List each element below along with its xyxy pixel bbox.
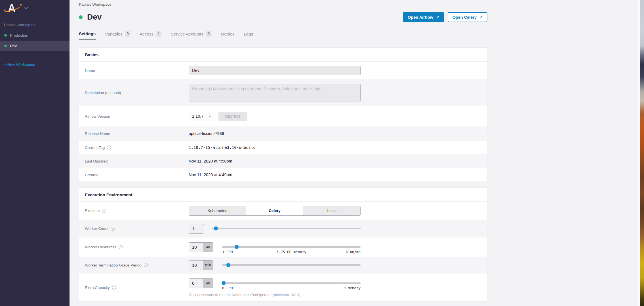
worker-resources-row: Worker Resources i AU 1 CPU	[79, 238, 487, 257]
tab-count-badge: 1	[156, 31, 161, 37]
worker-resources-input[interactable]	[189, 243, 203, 252]
execution-environment-card: Execution Environment Executor i Kuberne…	[79, 188, 487, 302]
current-tag-value: 1.10.7-15-alpine3.10-onbuild	[189, 145, 256, 150]
new-workspace-link[interactable]: + New Workspace	[4, 63, 35, 67]
tab-access[interactable]: Access 1	[140, 31, 161, 40]
current-tag-label: Current Tag	[85, 145, 105, 150]
cpu-readout: 0 CPU	[222, 286, 291, 290]
tab-label: Logs	[244, 32, 253, 36]
slider-knob[interactable]	[235, 245, 239, 249]
tab-settings[interactable]: Settings	[79, 31, 96, 40]
extra-capacity-label: Extra Capacity	[85, 286, 110, 290]
grace-period-row: Worker Termination Grace Period i min	[79, 257, 487, 274]
name-label: Name	[85, 68, 95, 73]
slider-knob[interactable]	[214, 226, 218, 230]
upgrade-button[interactable]: Upgrade	[218, 112, 247, 121]
extra-capacity-field: AU	[189, 278, 213, 288]
sidebar-item-label: Dev	[10, 44, 17, 48]
desktop-wallpaper-sliver	[640, 0, 644, 306]
info-icon[interactable]: i	[119, 245, 123, 249]
executor-label: Executor	[85, 209, 100, 213]
tab-count-badge: 0	[206, 31, 211, 37]
deployment-list: Production Dev	[0, 30, 70, 51]
airflow-version-row: Airflow Version 1.10.7 Upgrade	[79, 106, 487, 126]
chevron-down-icon	[209, 115, 211, 117]
grace-period-field: min	[189, 260, 213, 270]
created-row: Created Nov 11, 2020 at 4:49pm	[79, 168, 487, 182]
main-content: Paola's Workspace Dev Open Airflow ↗ Ope…	[70, 0, 638, 306]
open-airflow-label: Open Airflow	[408, 15, 433, 20]
slider-knob[interactable]	[222, 281, 226, 285]
sidebar-workspace-label: Paola's Workspace	[4, 23, 37, 27]
name-input[interactable]	[189, 66, 361, 75]
sidebar: A Paola's Workspace Production Dev + New…	[0, 0, 70, 306]
breadcrumb[interactable]: Paola's Workspace	[79, 2, 111, 7]
basics-heading: Basics	[79, 48, 487, 62]
tab-logs[interactable]: Logs	[244, 31, 253, 40]
name-row: Name	[79, 62, 487, 79]
extra-capacity-row: Extra Capacity i AU 0 CPU	[79, 274, 487, 301]
executor-option-kubernetes[interactable]: Kubernetes	[189, 206, 246, 215]
airflow-version-value: 1.10.7	[192, 114, 203, 118]
worker-count-row: Worker Count i	[79, 220, 487, 238]
description-input[interactable]	[189, 84, 361, 101]
extra-capacity-unit: AU	[203, 279, 213, 288]
grace-period-label: Worker Termination Grace Period	[85, 263, 142, 267]
release-name-label: Release Name	[85, 132, 110, 136]
slider-track[interactable]	[222, 264, 361, 266]
slider-track[interactable]	[222, 246, 361, 248]
description-label: Description (optional)	[85, 91, 121, 95]
grace-period-unit: min	[203, 261, 213, 270]
basics-card: Basics Name Description (optional) Airfl…	[79, 47, 487, 182]
worker-resources-readout: 1 CPU 3.75 GB memory $100/mo	[222, 250, 361, 254]
open-airflow-button[interactable]: Open Airflow ↗	[403, 12, 444, 22]
tab-label: Service Accounts	[171, 32, 203, 36]
tab-bar: Settings Variables 0 Access 1 Service Ac…	[79, 31, 253, 40]
external-link-icon: ↗	[436, 15, 439, 19]
worker-count-input[interactable]	[189, 224, 204, 234]
sidebar-item-production[interactable]: Production	[0, 30, 70, 41]
worker-resources-unit: AU	[203, 243, 213, 252]
slider-track[interactable]	[222, 282, 361, 284]
worker-count-slider	[212, 224, 361, 234]
airflow-version-label: Airflow Version	[85, 114, 110, 118]
memory-readout: 0 memory	[291, 286, 361, 290]
cost-readout: $100/mo	[314, 250, 361, 254]
airflow-version-select[interactable]: 1.10.7	[189, 112, 213, 121]
slider-track[interactable]	[212, 228, 361, 229]
worker-count-label: Worker Count	[85, 226, 108, 231]
workspace-switcher-chevron-down-icon[interactable]	[24, 6, 28, 9]
tab-variables[interactable]: Variables 0	[105, 31, 130, 40]
created-value: Nov 11, 2020 at 4:49pm	[189, 172, 232, 177]
extra-capacity-input[interactable]	[189, 279, 203, 288]
info-icon[interactable]: i	[107, 145, 111, 149]
grace-period-input[interactable]	[189, 261, 203, 270]
tab-service-accounts[interactable]: Service Accounts 0	[171, 31, 211, 40]
grace-period-slider	[222, 260, 361, 270]
executor-row: Executor i Kubernetes Celery Local	[79, 202, 487, 220]
astronomer-logo-icon[interactable]: A	[5, 2, 21, 14]
tab-metrics[interactable]: Metrics	[221, 31, 234, 40]
extra-capacity-readout: 0 CPU 0 memory	[222, 286, 361, 290]
current-tag-row: Current Tag i 1.10.7-15-alpine3.10-onbui…	[79, 141, 487, 154]
release-name-value: optical-fission-7939	[189, 131, 224, 136]
slider-knob[interactable]	[226, 263, 230, 267]
tab-count-badge: 0	[125, 31, 131, 37]
app-window: A Paola's Workspace Production Dev + New…	[0, 0, 644, 306]
info-icon[interactable]: i	[144, 263, 148, 267]
info-icon[interactable]: i	[111, 227, 115, 231]
header-actions: Open Airflow ↗ Open Celery ↗	[79, 12, 487, 22]
extra-capacity-slider: 0 CPU 0 memory	[222, 278, 361, 288]
worker-resources-field: AU	[189, 242, 213, 252]
execution-heading: Execution Environment	[79, 188, 487, 202]
description-row: Description (optional)	[79, 79, 487, 106]
sidebar-item-dev[interactable]: Dev	[0, 41, 70, 51]
open-celery-button[interactable]: Open Celery ↗	[448, 12, 487, 22]
info-icon[interactable]: i	[112, 286, 116, 290]
info-icon[interactable]: i	[102, 209, 106, 213]
tab-label: Access	[140, 32, 153, 36]
executor-option-celery[interactable]: Celery	[246, 206, 303, 215]
executor-option-local[interactable]: Local	[303, 206, 360, 215]
worker-resources-slider: 1 CPU 3.75 GB memory $100/mo	[222, 242, 361, 252]
sidebar-item-label: Production	[10, 33, 28, 38]
